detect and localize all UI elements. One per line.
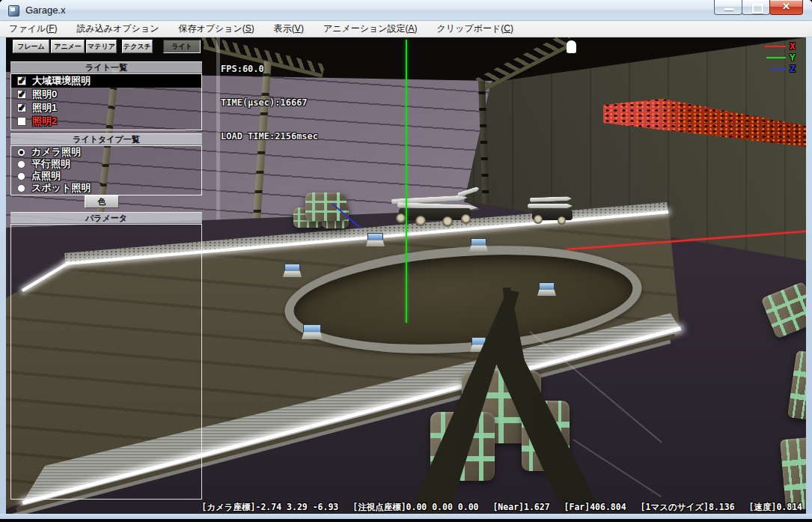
checkbox-checked-icon[interactable] — [17, 76, 26, 85]
light-list-item[interactable]: 照明1 — [11, 101, 201, 115]
light-list: 大域環境照明 照明0 照明1 照明2 — [10, 73, 202, 130]
menu-load-options[interactable]: 読み込みオプション — [76, 22, 159, 35]
parameter-panel — [10, 224, 202, 500]
frame-time-readout: TIME(μsec):16667 — [221, 97, 318, 109]
light-list-item[interactable]: 照明0 — [11, 88, 201, 101]
tab-light[interactable]: ライト — [163, 40, 201, 53]
tab-animation[interactable]: アニメーション — [51, 40, 85, 53]
close-button[interactable] — [769, 0, 803, 15]
tab-material[interactable]: マテリアル — [86, 40, 117, 53]
status-bar: [カメラ座標]-2.74 3.29 -6.93 [注視点座標]0.00 0.00… — [192, 502, 802, 513]
light-type-list: カメラ照明 平行照明 点照明 スポット照明 — [10, 145, 202, 195]
near-value: [Near]1.627 — [492, 502, 549, 512]
light-list-item[interactable]: 大域環境照明 — [11, 74, 201, 88]
light-type-item[interactable]: 点照明 — [11, 170, 201, 182]
load-time-readout: LOAD TIME:2156msec — [221, 131, 318, 142]
performance-hud: FPS:60.0 TIME(μsec):16667 LOAD TIME:2156… — [221, 41, 318, 165]
app-window: Garage.x ファイル(F) 読み込みオプション 保存オプション(S) 表示… — [0, 0, 812, 522]
menu-bar: ファイル(F) 読み込みオプション 保存オプション(S) 表示(V) アニメーシ… — [0, 21, 812, 37]
checkbox-checked-icon[interactable] — [17, 90, 26, 99]
ceiling-lamp — [567, 40, 576, 53]
axis-legend-x: X — [765, 40, 799, 52]
far-value: [Far]406.804 — [564, 502, 626, 512]
window-controls — [715, 0, 803, 15]
menu-file[interactable]: ファイル(F) — [9, 22, 57, 35]
fps-readout: FPS:60.0 — [221, 64, 318, 75]
tab-texture[interactable]: テクスチャ — [122, 40, 153, 53]
light-list-item[interactable]: 照明2 — [11, 115, 201, 128]
axis-legend: X Y Z — [765, 40, 799, 74]
supply-crate — [305, 192, 347, 221]
menu-view[interactable]: 表示(V) — [274, 22, 304, 35]
menu-clipboard[interactable]: クリップボード(C) — [437, 22, 513, 35]
radio-icon[interactable] — [17, 184, 25, 192]
checkbox-checked-icon[interactable] — [17, 103, 26, 112]
x-axis-line-icon — [765, 46, 786, 47]
window-title: Garage.x — [25, 4, 65, 16]
perimeter-light — [537, 282, 556, 296]
camera-coords: [カメラ座標]-2.74 3.29 -6.93 — [201, 502, 338, 512]
perimeter-light — [366, 233, 385, 246]
menu-save-options[interactable]: 保存オプション(S) — [178, 22, 254, 35]
title-bar[interactable]: Garage.x — [0, 0, 812, 21]
speed-value: [速度]0.814 — [749, 502, 802, 512]
color-button[interactable]: 色 — [85, 195, 119, 208]
radio-selected-icon[interactable] — [17, 148, 25, 157]
perimeter-light — [283, 264, 302, 277]
y-axis-line-icon — [766, 57, 786, 58]
z-axis-line-icon — [771, 68, 786, 70]
menu-animation-settings[interactable]: アニメーション設定(A) — [323, 22, 418, 35]
maximize-button[interactable] — [742, 0, 770, 15]
perimeter-light — [302, 324, 323, 339]
light-type-item[interactable]: 平行照明 — [11, 158, 201, 170]
app-icon — [8, 5, 19, 16]
axis-legend-y: Y — [765, 52, 799, 63]
radio-icon[interactable] — [17, 160, 25, 169]
light-type-item[interactable]: カメラ照明 — [11, 146, 201, 158]
axis-legend-z: Z — [765, 63, 799, 74]
tab-frame[interactable]: フレーム — [13, 40, 49, 53]
grid-size-value: [1マスのサイズ]8.136 — [641, 502, 735, 512]
window-frame-edge — [0, 519, 812, 522]
parameter-header: パラメータ — [10, 212, 202, 224]
3d-viewport[interactable]: FPS:60.0 TIME(μsec):16667 LOAD TIME:2156… — [6, 37, 806, 514]
radio-icon[interactable] — [17, 172, 25, 180]
light-list-header: ライト一覧 — [10, 61, 202, 73]
perimeter-light — [469, 238, 488, 252]
checkbox-unchecked-icon[interactable] — [17, 117, 26, 126]
target-coords: [注視点座標]0.00 0.00 0.00 — [352, 502, 478, 512]
minimize-button[interactable] — [714, 0, 742, 15]
missile-buggy — [526, 191, 582, 228]
axis-line-y — [406, 40, 407, 323]
light-type-item[interactable]: スポット照明 — [11, 182, 201, 194]
light-type-list-header: ライトタイプ一覧 — [10, 133, 202, 145]
